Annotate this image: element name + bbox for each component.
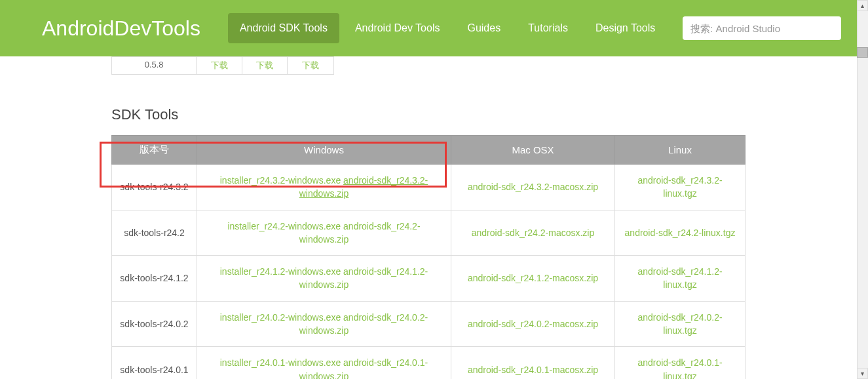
nav-item-guides[interactable]: Guides — [455, 13, 512, 43]
section-title-sdk-tools: SDK Tools — [111, 106, 745, 123]
nav-item-tutorials[interactable]: Tutorials — [516, 13, 580, 43]
table-row: sdk-tools-r24.2 installer_r24.2-windows.… — [112, 210, 745, 256]
sdk-tools-table: 版本号 Windows Mac OSX Linux sdk-tools-r24.… — [111, 135, 745, 379]
navbar: AndroidDevTools Android SDK Tools Androi… — [0, 0, 857, 56]
download-link-mac[interactable]: android-sdk_r24.3.2-macosx.zip — [468, 182, 598, 192]
cell-windows: installer_r24.3.2-windows.exe android-sd… — [197, 165, 451, 210]
table-row: sdk-tools-r24.0.2 installer_r24.0.2-wind… — [112, 301, 745, 347]
prev-row-dl-mac[interactable]: 下载 — [242, 57, 288, 74]
download-link-linux[interactable]: android-sdk_r24.0.1-linux.tgz — [637, 357, 722, 379]
nav-item-dev-tools[interactable]: Android Dev Tools — [343, 13, 452, 43]
download-link-linux[interactable]: android-sdk_r24.2-linux.tgz — [625, 228, 736, 238]
nav-item-design[interactable]: Design Tools — [584, 13, 667, 43]
download-link-win-installer[interactable]: installer_r24.0.1-windows.exe — [220, 357, 341, 368]
brand-title[interactable]: AndroidDevTools — [42, 16, 200, 41]
cell-version: sdk-tools-r24.2 — [112, 210, 197, 256]
cell-version: sdk-tools-r24.3.2 — [112, 165, 197, 210]
th-mac: Mac OSX — [451, 136, 615, 165]
nav-item-sdk-tools[interactable]: Android SDK Tools — [228, 13, 339, 43]
download-link-win-installer[interactable]: installer_r24.3.2-windows.exe — [220, 175, 341, 186]
download-link-win-installer[interactable]: installer_r24.1.2-windows.exe — [220, 266, 341, 277]
cell-version: sdk-tools-r24.1.2 — [112, 256, 197, 302]
nav-list: Android SDK Tools Android Dev Tools Guid… — [228, 13, 667, 43]
download-link-mac[interactable]: android-sdk_r24.0.1-macosx.zip — [468, 365, 598, 375]
table-row: sdk-tools-r24.1.2 installer_r24.1.2-wind… — [112, 256, 745, 302]
download-link-linux[interactable]: android-sdk_r24.1.2-linux.tgz — [637, 266, 722, 290]
cell-version: sdk-tools-r24.0.2 — [112, 301, 197, 347]
prev-table-row: 0.5.8 下载 下载 下载 — [111, 56, 334, 75]
download-link-linux[interactable]: android-sdk_r24.3.2-linux.tgz — [637, 175, 722, 199]
prev-row-version: 0.5.8 — [112, 57, 197, 74]
scrollbar-thumb[interactable] — [857, 47, 868, 58]
download-link-linux[interactable]: android-sdk_r24.0.2-linux.tgz — [637, 312, 722, 336]
prev-row-dl-linux[interactable]: 下载 — [288, 57, 333, 74]
scrollbar-arrow-up-icon[interactable]: ▴ — [857, 0, 868, 11]
download-link-win-installer[interactable]: installer_r24.0.2-windows.exe — [220, 312, 341, 323]
table-header-row: 版本号 Windows Mac OSX Linux — [112, 136, 745, 165]
prev-row-dl-win[interactable]: 下载 — [197, 57, 242, 74]
th-version: 版本号 — [112, 136, 197, 165]
search-input[interactable] — [683, 16, 841, 40]
cell-version: sdk-tools-r24.0.1 — [112, 347, 197, 379]
download-link-mac[interactable]: android-sdk_r24.2-macosx.zip — [472, 228, 595, 238]
table-row: sdk-tools-r24.0.1 installer_r24.0.1-wind… — [112, 347, 745, 379]
scrollbar-arrow-down-icon[interactable]: ▾ — [857, 368, 868, 379]
th-linux: Linux — [615, 136, 745, 165]
main-content: 0.5.8 下载 下载 下载 SDK Tools 版本号 Windows Mac… — [0, 56, 857, 379]
th-windows: Windows — [197, 136, 451, 165]
download-link-win-installer[interactable]: installer_r24.2-windows.exe — [227, 221, 341, 231]
table-row: sdk-tools-r24.3.2 installer_r24.3.2-wind… — [112, 165, 745, 210]
download-link-mac[interactable]: android-sdk_r24.0.2-macosx.zip — [468, 319, 598, 329]
download-link-mac[interactable]: android-sdk_r24.1.2-macosx.zip — [468, 273, 598, 283]
